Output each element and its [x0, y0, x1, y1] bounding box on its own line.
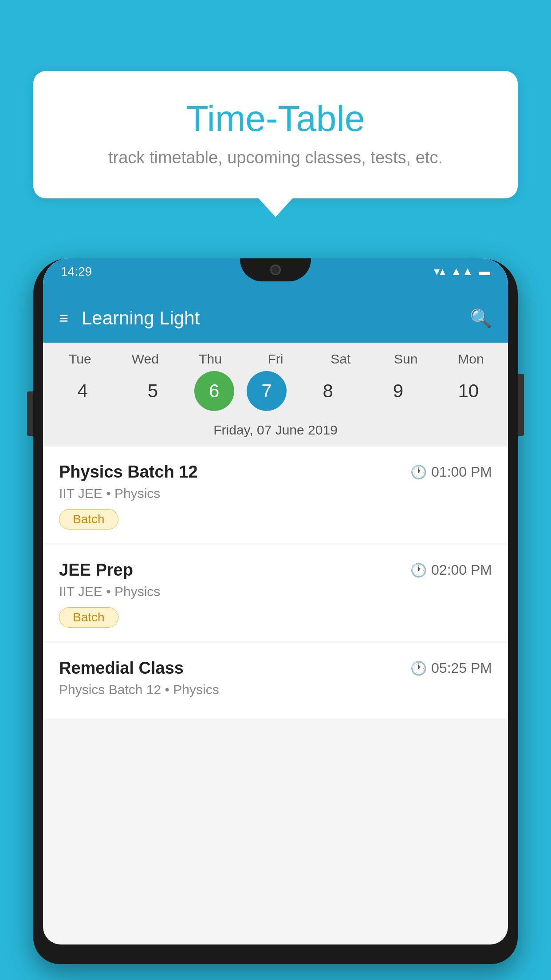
item-name-1: Physics Batch 12 [59, 462, 198, 482]
phone-outer: 14:29 ▾▴ ▲▲ ▬ ≡ Learning Light 🔍 Tu [33, 258, 518, 964]
speech-bubble: Time-Table track timetable, upcoming cla… [33, 71, 518, 198]
day-header-mon: Mon [442, 352, 500, 367]
item-top-2: JEE Prep 🕐 02:00 PM [59, 561, 492, 580]
schedule-item-1[interactable]: Physics Batch 12 🕐 01:00 PM IIT JEE • Ph… [43, 447, 508, 543]
phone-wrapper: 14:29 ▾▴ ▲▲ ▬ ≡ Learning Light 🔍 Tu [33, 249, 518, 980]
calendar-strip: Tue Wed Thu Fri Sat Sun Mon 4 5 6 7 8 9 … [43, 343, 508, 447]
bubble-title: Time-Table [60, 98, 491, 139]
item-name-2: JEE Prep [59, 561, 133, 580]
time-value-3: 05:25 PM [431, 660, 492, 676]
item-meta-2: IIT JEE • Physics [59, 584, 492, 599]
item-top-3: Remedial Class 🕐 05:25 PM [59, 659, 492, 678]
day-header-sat: Sat [312, 352, 370, 367]
clock-icon-1: 🕐 [410, 464, 427, 480]
phone-screen: 14:29 ▾▴ ▲▲ ▬ ≡ Learning Light 🔍 Tu [43, 258, 508, 944]
day-header-fri: Fri [247, 352, 304, 367]
status-time: 14:29 [61, 265, 92, 279]
schedule-list: Physics Batch 12 🕐 01:00 PM IIT JEE • Ph… [43, 447, 508, 719]
item-meta-3: Physics Batch 12 • Physics [59, 682, 492, 697]
clock-icon-3: 🕐 [410, 660, 427, 676]
item-time-1: 🕐 01:00 PM [410, 464, 492, 480]
app-title: Learning Light [82, 308, 457, 329]
day-5[interactable]: 5 [124, 371, 181, 411]
item-time-2: 🕐 02:00 PM [410, 562, 492, 578]
item-top-1: Physics Batch 12 🕐 01:00 PM [59, 462, 492, 482]
day-6-today[interactable]: 6 [194, 371, 234, 411]
notch [240, 258, 311, 281]
clock-icon-2: 🕐 [410, 562, 427, 578]
item-meta-1: IIT JEE • Physics [59, 486, 492, 501]
selected-date: Friday, 07 June 2019 [43, 418, 508, 447]
day-header-tue: Tue [51, 352, 109, 367]
search-icon[interactable]: 🔍 [470, 308, 492, 329]
item-badge-1: Batch [59, 509, 118, 530]
menu-icon[interactable]: ≡ [59, 309, 68, 328]
day-header-sun: Sun [377, 352, 435, 367]
camera [270, 265, 281, 275]
status-bar: 14:29 ▾▴ ▲▲ ▬ [43, 258, 508, 294]
day-9[interactable]: 9 [370, 371, 427, 411]
signal-icon: ▲▲ [451, 265, 473, 278]
item-badge-2: Batch [59, 607, 118, 628]
schedule-item-3[interactable]: Remedial Class 🕐 05:25 PM Physics Batch … [43, 643, 508, 719]
time-value-1: 01:00 PM [431, 464, 492, 480]
time-value-2: 02:00 PM [431, 562, 492, 578]
day-numbers: 4 5 6 7 8 9 10 [43, 371, 508, 411]
day-headers: Tue Wed Thu Fri Sat Sun Mon [43, 352, 508, 367]
status-icons: ▾▴ ▲▲ ▬ [434, 265, 490, 278]
item-time-3: 🕐 05:25 PM [410, 660, 492, 676]
day-8[interactable]: 8 [299, 371, 357, 411]
app-bar: ≡ Learning Light 🔍 [43, 294, 508, 343]
day-header-wed: Wed [116, 352, 174, 367]
bubble-subtitle: track timetable, upcoming classes, tests… [60, 148, 491, 167]
day-4[interactable]: 4 [54, 371, 111, 411]
schedule-item-2[interactable]: JEE Prep 🕐 02:00 PM IIT JEE • Physics Ba… [43, 545, 508, 641]
item-name-3: Remedial Class [59, 659, 184, 678]
day-header-thu: Thu [181, 352, 239, 367]
day-10[interactable]: 10 [440, 371, 497, 411]
wifi-icon: ▾▴ [434, 265, 445, 278]
day-7-selected[interactable]: 7 [247, 371, 287, 411]
battery-icon: ▬ [479, 265, 490, 278]
